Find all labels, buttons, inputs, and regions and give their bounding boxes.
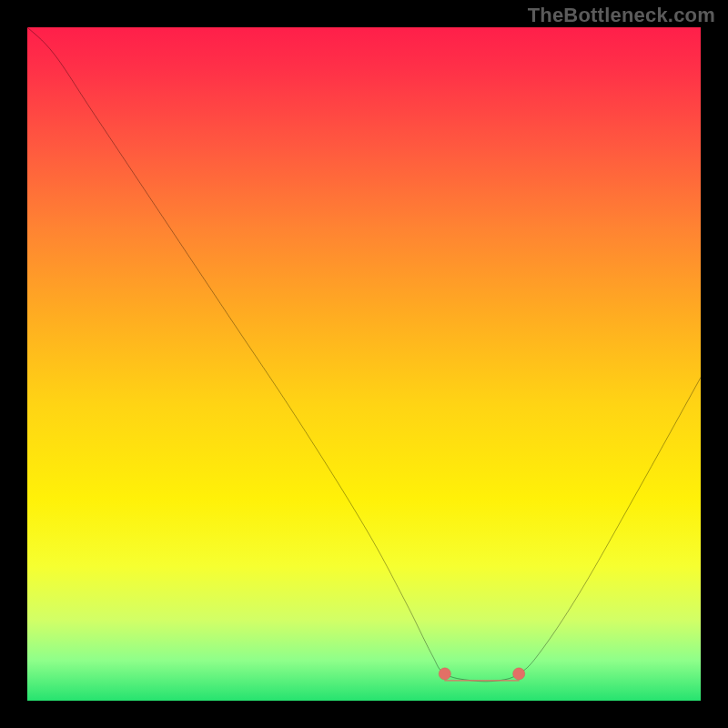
trough-marker-left bbox=[439, 668, 450, 680]
bottleneck-curve-path bbox=[27, 27, 701, 682]
chart-frame: TheBottleneck.com bbox=[0, 0, 728, 728]
bottleneck-curve-svg bbox=[27, 27, 701, 701]
plot-area bbox=[27, 27, 701, 701]
watermark-text: TheBottleneck.com bbox=[528, 4, 715, 27]
trough-marker-right bbox=[513, 668, 525, 680]
